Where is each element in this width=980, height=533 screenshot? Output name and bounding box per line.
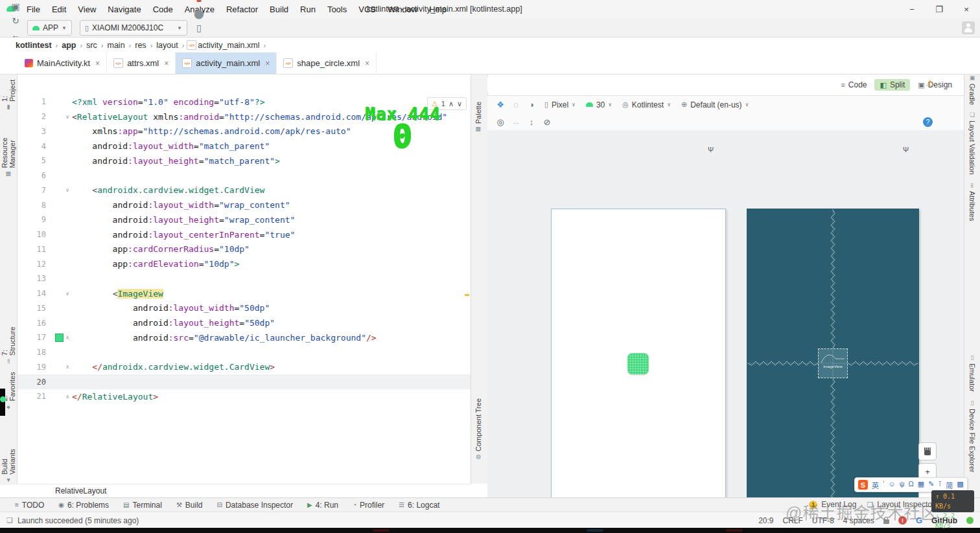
breadcrumb-item-res[interactable]: res xyxy=(134,41,147,50)
fold-marker[interactable]: ∨ xyxy=(65,187,69,193)
menu-item-edit[interactable]: Edit xyxy=(46,0,72,19)
code-line-18[interactable]: 18 xyxy=(18,345,471,360)
stop-icon[interactable]: ■ xyxy=(191,0,207,6)
menu-item-code[interactable]: Code xyxy=(147,0,179,19)
run-config-dropdown[interactable]: APP▼ xyxy=(27,20,72,36)
avatar[interactable] xyxy=(962,21,975,34)
menu-item-navigate[interactable]: Navigate xyxy=(102,0,146,19)
file-encoding[interactable]: UTF-8 xyxy=(812,516,834,525)
close-icon[interactable]: × xyxy=(265,59,270,68)
ime-item-2[interactable]: ☺ xyxy=(888,480,895,490)
tool-stripe-device-file-explorer[interactable]: ▯Device File Explorer xyxy=(968,400,976,472)
toolwindow-4-run[interactable]: ▶4: Run xyxy=(301,498,344,512)
mode-design-button[interactable]: ▣Design xyxy=(913,79,957,91)
fold-marker[interactable]: ∨ xyxy=(65,114,69,120)
fold-marker[interactable]: ∧ xyxy=(65,335,69,341)
breadcrumb-item-src[interactable]: src xyxy=(85,41,99,50)
toolwindow-profiler[interactable]: ◔Profiler xyxy=(347,498,390,512)
design-warning-icon[interactable]: ⚠ xyxy=(926,78,934,88)
imageview-preview[interactable] xyxy=(627,353,649,374)
breadcrumb-item-kotlintest[interactable]: kotlintest xyxy=(14,41,53,50)
pan-tool-button[interactable] xyxy=(918,442,937,460)
tool-stripe-emulator[interactable]: ▯Emulator xyxy=(968,354,976,392)
code-line-16[interactable]: 16 android:layout_height="50dp" xyxy=(18,315,471,330)
gradle-sync-icon[interactable]: ⬤ xyxy=(191,6,207,21)
breadcrumb-item-activity_main.xml[interactable]: activity_main.xml xyxy=(196,41,261,50)
design-surface-icon[interactable]: ◌ xyxy=(508,98,524,111)
toolwindow-database-inspector[interactable]: ⊟Database Inspector xyxy=(211,498,299,512)
menu-item-refactor[interactable]: Refactor xyxy=(220,0,264,19)
breadcrumb-item-main[interactable]: main xyxy=(106,41,126,50)
tool-stripe-gradle[interactable]: ▣Gradle xyxy=(968,74,976,105)
scrollbar-warning-mark[interactable] xyxy=(465,294,469,296)
pan-vertical-icon[interactable]: ↕ xyxy=(524,115,539,128)
code-line-1[interactable]: 1<?xml version="1.0" encoding="utf-8"?> xyxy=(18,95,471,109)
close-icon[interactable]: × xyxy=(365,59,369,68)
ime-item-3[interactable]: ψ xyxy=(900,480,905,490)
code-line-7[interactable]: 7∨ <androidx.cardview.widget.CardView xyxy=(18,183,471,198)
device-chip[interactable]: ▯Pixel∨ xyxy=(539,100,581,109)
design-time-attributes-icon[interactable]: Ψ xyxy=(903,146,909,153)
code-line-20[interactable]: 20 xyxy=(18,374,471,389)
breadcrumb-item-app[interactable]: app xyxy=(60,41,77,50)
code-line-15[interactable]: 15 android:layout_width="50dp" xyxy=(18,301,471,316)
design-canvas[interactable]: Ψ Ψ ImageView xyxy=(487,130,964,528)
design-time-attributes-icon[interactable]: Ψ xyxy=(708,146,714,153)
fold-marker[interactable]: ∧ xyxy=(65,364,69,370)
event-log-button[interactable]: 1 Event Log xyxy=(809,500,856,509)
code-editor[interactable]: 1<?xml version="1.0" encoding="utf-8"?>2… xyxy=(18,74,471,484)
code-line-19[interactable]: 19∧ </androidx.cardview.widget.CardView> xyxy=(18,360,471,375)
toggle-snapping-icon[interactable]: ⊘ xyxy=(539,115,555,128)
help-icon[interactable]: ? xyxy=(923,117,933,127)
code-line-3[interactable]: 3 xmlns:app="http://schemas.android.com/… xyxy=(18,124,471,139)
view-options-icon[interactable]: ❖ xyxy=(493,98,508,111)
tool-stripe-7-structure[interactable]: ≔7: Structure xyxy=(1,325,16,364)
menu-item-file[interactable]: File xyxy=(21,0,46,19)
mode-split-button[interactable]: ◧Split xyxy=(874,79,910,91)
ime-item-9[interactable]: ▩ xyxy=(957,480,963,490)
palette-tab[interactable]: ▦ Palette xyxy=(474,102,482,133)
code-line-8[interactable]: 8 android:layout_width="wrap_content" xyxy=(18,198,471,212)
close-icon[interactable]: × xyxy=(95,59,100,68)
code-line-21[interactable]: 21∧</RelativeLayout> xyxy=(18,389,471,404)
inspection-widget[interactable]: ⚠ 1 ∧ ∨ xyxy=(427,97,467,110)
ime-item-4[interactable]: Ω xyxy=(909,480,914,490)
breadcrumb-item-layout[interactable]: layout xyxy=(155,41,179,50)
code-line-6[interactable]: 6 xyxy=(18,168,471,183)
device-dropdown[interactable]: ▯ XIAOMI M2006J10C▼ xyxy=(80,20,187,36)
toolwindow-build[interactable]: ⚒Build xyxy=(170,498,209,512)
next-warning-icon[interactable]: ∨ xyxy=(457,100,462,108)
color-swatch[interactable] xyxy=(55,334,64,342)
lock-icon[interactable] xyxy=(883,519,889,524)
tool-stripe-1-project[interactable]: ▮1: Project xyxy=(1,77,16,111)
theme-chip[interactable]: ◎Kotlintest∨ xyxy=(617,100,676,109)
line-separator[interactable]: CRLF xyxy=(783,516,803,525)
fold-marker[interactable]: ∧ xyxy=(65,394,69,400)
api-chip[interactable]: 30∨ xyxy=(581,100,617,109)
code-line-5[interactable]: 5 android:layout_height="match_parent"> xyxy=(18,153,471,168)
ime-item-5[interactable]: ▦ xyxy=(918,480,924,490)
code-line-10[interactable]: 10 android:layout_centerInParent="true" xyxy=(18,227,471,242)
ime-item-1[interactable]: ’ xyxy=(883,480,884,490)
ime-item-6[interactable]: ✎ xyxy=(928,480,934,490)
tab-MainActivity.kt[interactable]: MainActivity.kt× xyxy=(18,52,107,74)
toolwindow-6-problems[interactable]: ◉6: Problems xyxy=(52,498,115,512)
toolwindow-terminal[interactable]: ▤Terminal xyxy=(117,498,168,512)
sogou-logo-icon[interactable]: S xyxy=(858,480,868,490)
code-line-11[interactable]: 11 app:cardCornerRadius="10dp" xyxy=(18,242,471,257)
menu-item-run[interactable]: Run xyxy=(294,0,321,19)
caret-position[interactable]: 20:9 xyxy=(758,516,773,525)
ime-item-8[interactable]: 简 xyxy=(946,480,953,490)
code-line-12[interactable]: 12 app:cardElevation="10dp"> xyxy=(18,256,471,271)
editor-breadcrumb[interactable]: RelativeLayout xyxy=(0,484,471,497)
code-line-17[interactable]: 17∧ android:src="@drawable/ic_launcher_b… xyxy=(18,330,471,345)
tab-attrs.xml[interactable]: </>attrs.xml× xyxy=(107,52,176,74)
close-button[interactable]: × xyxy=(953,0,980,19)
night-mode-icon[interactable]: ◑ xyxy=(524,98,539,111)
toolwindow-6-logcat[interactable]: ☰6: Logcat xyxy=(393,498,445,512)
component-tree-tab[interactable]: ◍ Component Tree xyxy=(474,398,482,460)
sync-icon[interactable]: ↻ xyxy=(8,14,23,28)
close-icon[interactable]: × xyxy=(164,59,169,68)
ime-item-0[interactable]: 英 xyxy=(872,480,879,490)
menu-item-build[interactable]: Build xyxy=(264,0,294,19)
